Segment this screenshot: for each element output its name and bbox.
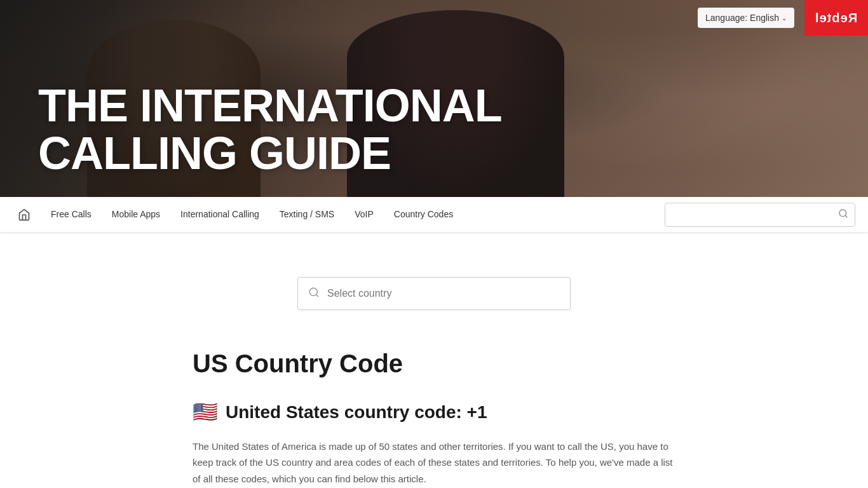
nav-left: Free Calls Mobile Apps International Cal… — [13, 197, 665, 233]
language-label: Language: English — [705, 13, 779, 23]
country-heading: 🇺🇸 United States country code: +1 — [193, 399, 675, 426]
nav-item-texting-sms[interactable]: Texting / SMS — [269, 197, 344, 233]
country-search-icon — [308, 287, 320, 301]
svg-line-1 — [845, 215, 847, 217]
nav-search-box[interactable] — [665, 203, 855, 227]
nav-item-country-codes[interactable]: Country Codes — [384, 197, 463, 233]
hero-title: THE INTERNATIONAL CALLING GUIDE — [38, 82, 502, 178]
top-bar: Language: English ⌄ Rebtel — [0, 0, 868, 36]
search-icon — [838, 208, 848, 221]
nav-item-voip[interactable]: VoIP — [344, 197, 384, 233]
site-logo: Rebtel — [815, 11, 857, 25]
nav-search-input[interactable] — [672, 210, 833, 220]
logo-container[interactable]: Rebtel — [804, 0, 868, 36]
hero-title-line2: CALLING GUIDE — [38, 130, 502, 178]
body-text: The United States of America is made up … — [193, 438, 675, 487]
home-icon[interactable] — [13, 203, 36, 226]
main-content: US Country Code 🇺🇸 United States country… — [180, 233, 688, 488]
nav-item-mobile-apps[interactable]: Mobile Apps — [102, 197, 170, 233]
country-search-input[interactable] — [327, 288, 560, 299]
nav-item-international-calling[interactable]: International Calling — [170, 197, 269, 233]
page-title: US Country Code — [193, 348, 675, 379]
country-heading-text: United States country code: +1 — [226, 401, 487, 424]
navbar: Free Calls Mobile Apps International Cal… — [0, 197, 868, 233]
nav-item-free-calls[interactable]: Free Calls — [41, 197, 102, 233]
svg-line-3 — [316, 294, 318, 296]
language-selector[interactable]: Language: English ⌄ — [698, 8, 794, 28]
chevron-down-icon: ⌄ — [782, 15, 787, 22]
hero-title-line1: THE INTERNATIONAL — [38, 82, 502, 130]
country-search-container — [193, 277, 675, 310]
country-flag: 🇺🇸 — [193, 399, 218, 426]
country-search-box[interactable] — [297, 277, 571, 310]
